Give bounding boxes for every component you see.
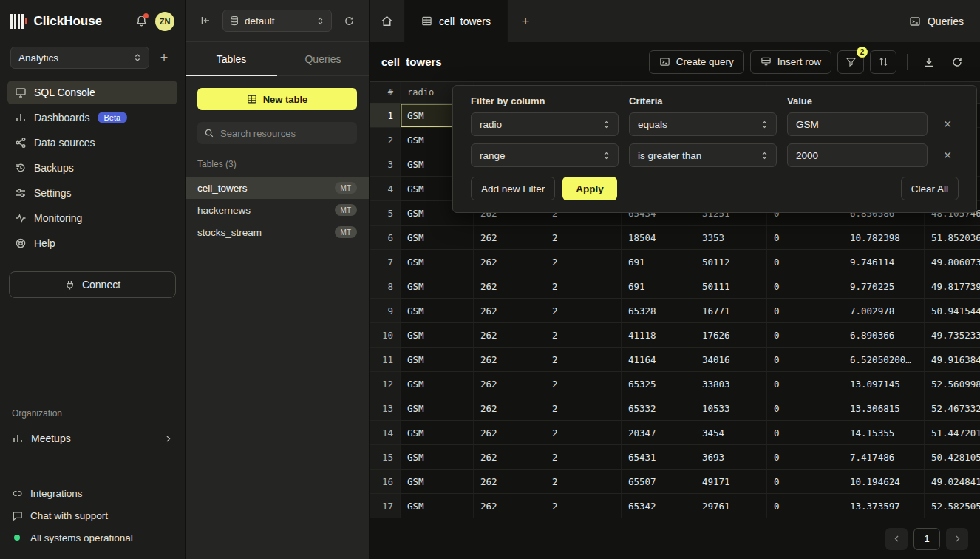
home-tab[interactable]	[370, 0, 405, 42]
grid-cell[interactable]: GSM	[401, 445, 474, 469]
grid-cell[interactable]: 50.428105	[925, 445, 980, 469]
tab-queries[interactable]: Queries	[277, 42, 369, 75]
database-selector[interactable]: default	[222, 10, 332, 32]
grid-cell[interactable]: 2	[545, 274, 622, 298]
next-page-button[interactable]	[946, 528, 968, 550]
grid-cell[interactable]: 50.941544	[925, 299, 980, 322]
grid-cell[interactable]: 2	[545, 470, 622, 493]
row-number[interactable]: 11	[370, 348, 401, 371]
grid-cell[interactable]: 13.306815	[843, 396, 925, 420]
grid-cell[interactable]: 0	[767, 348, 843, 371]
filter-column-select[interactable]: radio	[471, 112, 619, 136]
grid-cell[interactable]: 7.002978	[843, 299, 925, 322]
grid-cell[interactable]: 262	[474, 470, 545, 493]
grid-cell[interactable]: 262	[474, 299, 545, 322]
grid-cell[interactable]: GSM	[401, 250, 474, 274]
grid-cell[interactable]: GSM	[401, 470, 474, 493]
workspace-selector[interactable]: Analytics	[10, 47, 149, 69]
row-number[interactable]: 6	[370, 226, 401, 249]
sort-button[interactable]	[870, 50, 896, 74]
grid-cell[interactable]: 6.890366	[843, 323, 925, 347]
row-number[interactable]: 14	[370, 421, 401, 444]
grid-cell[interactable]: 2	[545, 396, 622, 420]
grid-cell[interactable]: 65328	[622, 299, 695, 322]
remove-filter-icon[interactable]: ✕	[938, 115, 957, 134]
grid-cell[interactable]: 20347	[622, 421, 695, 444]
grid-cell[interactable]: GSM	[401, 323, 474, 347]
grid-cell[interactable]: 34016	[695, 348, 767, 371]
grid-cell[interactable]: 262	[474, 348, 545, 371]
grid-cell[interactable]: 18504	[622, 226, 695, 249]
grid-cell[interactable]: 262	[474, 226, 545, 249]
remove-filter-icon[interactable]: ✕	[938, 146, 957, 165]
row-number[interactable]: 9	[370, 299, 401, 322]
grid-cell[interactable]: 49171	[695, 470, 767, 493]
grid-cell[interactable]: 262	[474, 323, 545, 347]
grid-cell[interactable]: 3454	[695, 421, 767, 444]
grid-cell[interactable]: 3353	[695, 226, 767, 249]
sidebar-item-help[interactable]: Help	[7, 231, 177, 255]
grid-cell[interactable]: GSM	[401, 421, 474, 444]
grid-cell[interactable]: 65342	[622, 494, 695, 518]
row-number[interactable]: 2	[370, 128, 401, 152]
grid-cell[interactable]: 51.447201	[925, 421, 980, 444]
grid-cell[interactable]: GSM	[401, 372, 474, 396]
row-number[interactable]: 7	[370, 250, 401, 274]
refresh-data-button[interactable]	[946, 51, 968, 73]
row-number[interactable]: 13	[370, 396, 401, 420]
grid-cell[interactable]: 2	[545, 226, 622, 249]
grid-cell[interactable]: 691	[622, 274, 695, 298]
avatar[interactable]: ZN	[155, 12, 174, 31]
grid-cell[interactable]: 0	[767, 421, 843, 444]
grid-cell[interactable]: 7.417486	[843, 445, 925, 469]
page-number[interactable]: 1	[913, 528, 940, 550]
apply-filters-button[interactable]: Apply	[562, 177, 617, 200]
grid-cell[interactable]: 0	[767, 323, 843, 347]
grid-cell[interactable]: 65332	[622, 396, 695, 420]
grid-cell[interactable]: 50111	[695, 274, 767, 298]
grid-cell[interactable]: 16771	[695, 299, 767, 322]
grid-cell[interactable]: 49.817739	[925, 274, 980, 298]
row-number[interactable]: 12	[370, 372, 401, 396]
sidebar-item-meetups[interactable]: Meetups	[0, 426, 185, 451]
tab-cell-towers[interactable]: cell_towers	[405, 0, 508, 42]
row-number[interactable]: 17	[370, 494, 401, 518]
search-resources-input[interactable]	[220, 128, 350, 139]
grid-cell[interactable]: GSM	[401, 348, 474, 371]
grid-cell[interactable]: GSM	[401, 494, 474, 518]
grid-cell[interactable]: 2	[545, 250, 622, 274]
grid-cell[interactable]: GSM	[401, 396, 474, 420]
filter-value-input[interactable]	[787, 143, 928, 167]
footer-item-chat-support[interactable]: Chat with support	[12, 504, 173, 526]
grid-cell[interactable]: 0	[767, 299, 843, 322]
grid-cell[interactable]: 52.560998	[925, 372, 980, 396]
grid-cell[interactable]: 2	[545, 372, 622, 396]
grid-cell[interactable]: 51.852036	[925, 226, 980, 249]
grid-cell[interactable]: 33803	[695, 372, 767, 396]
grid-cell[interactable]: 0	[767, 396, 843, 420]
grid-cell[interactable]: 65325	[622, 372, 695, 396]
table-list-item[interactable]: hackernews MT	[186, 199, 369, 221]
grid-cell[interactable]: 13.097145	[843, 372, 925, 396]
grid-cell[interactable]: 52.582505	[925, 494, 980, 518]
row-number[interactable]: 3	[370, 152, 401, 176]
tab-tables[interactable]: Tables	[186, 42, 277, 75]
grid-cell[interactable]: 49.806073	[925, 250, 980, 274]
grid-cell[interactable]: 10.194624	[843, 470, 925, 493]
row-number[interactable]: 5	[370, 201, 401, 225]
grid-cell[interactable]: 2	[545, 494, 622, 518]
grid-cell[interactable]: 0	[767, 250, 843, 274]
grid-cell[interactable]: 2	[545, 323, 622, 347]
grid-cell[interactable]: 0	[767, 445, 843, 469]
filter-criteria-select[interactable]: is greater than	[629, 143, 777, 167]
grid-cell[interactable]: 262	[474, 372, 545, 396]
row-number[interactable]: 16	[370, 470, 401, 493]
grid-cell[interactable]: 0	[767, 274, 843, 298]
sidebar-item-monitoring[interactable]: Monitoring	[7, 206, 177, 230]
sidebar-item-sql-console[interactable]: SQL Console	[7, 81, 177, 104]
grid-cell[interactable]: 3693	[695, 445, 767, 469]
create-query-button[interactable]: Create query	[649, 50, 744, 74]
filter-criteria-select[interactable]: equals	[629, 112, 777, 136]
grid-cell[interactable]: 262	[474, 396, 545, 420]
grid-cell[interactable]: 691	[622, 250, 695, 274]
